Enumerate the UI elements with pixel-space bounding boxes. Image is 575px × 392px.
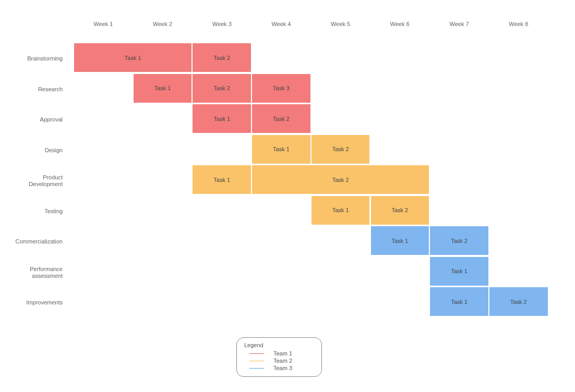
gantt-bar: Task 1 bbox=[429, 256, 489, 286]
gantt-bar: Task 1 bbox=[133, 74, 193, 103]
gantt-bar: Task 1 bbox=[192, 165, 251, 194]
row-label: Improvements bbox=[0, 299, 63, 306]
legend: LegendTeam 1Team 2Team 3 bbox=[236, 337, 322, 377]
week-header: Week 3 bbox=[193, 21, 251, 27]
gantt-bar: Task 2 bbox=[429, 226, 489, 255]
legend-swatch bbox=[249, 368, 264, 369]
gantt-bar: Task 3 bbox=[251, 74, 311, 103]
gantt-bar: Task 2 bbox=[192, 74, 251, 103]
legend-item: Team 2 bbox=[244, 358, 314, 364]
week-header: Week 4 bbox=[251, 21, 310, 27]
legend-item: Team 3 bbox=[244, 365, 314, 371]
week-header: Week 5 bbox=[311, 21, 370, 27]
gantt-bar: Task 1 bbox=[251, 134, 311, 164]
gantt-bar: Task 1 bbox=[311, 195, 370, 225]
week-header: Week 6 bbox=[370, 21, 429, 27]
gantt-bar: Task 1 bbox=[429, 287, 489, 316]
row-label: Commercialization bbox=[0, 238, 63, 245]
row-label: Testing bbox=[0, 208, 63, 215]
week-header: Week 7 bbox=[430, 21, 489, 27]
gantt-bar: Task 2 bbox=[489, 287, 548, 316]
row-label: Brainstorming bbox=[0, 55, 63, 62]
week-header: Week 8 bbox=[489, 21, 548, 27]
legend-swatch bbox=[249, 353, 264, 354]
gantt-bar: Task 2 bbox=[311, 134, 370, 164]
gantt-chart: Week 1Week 2Week 3Week 4Week 5Week 6Week… bbox=[0, 0, 575, 392]
gantt-bar: Task 1 bbox=[370, 226, 430, 255]
gantt-bar: Task 2 bbox=[251, 104, 311, 133]
row-label: Performanceassessment bbox=[0, 266, 63, 279]
legend-label: Team 3 bbox=[273, 365, 292, 371]
week-header: Week 1 bbox=[74, 21, 133, 27]
week-header: Week 2 bbox=[133, 21, 192, 27]
gantt-bar: Task 1 bbox=[74, 43, 192, 72]
row-label: Research bbox=[0, 86, 63, 93]
row-label: ProductDevelopment bbox=[0, 174, 63, 188]
row-label: Approval bbox=[0, 116, 63, 123]
legend-title: Legend bbox=[244, 342, 314, 348]
legend-item: Team 1 bbox=[244, 350, 314, 357]
legend-label: Team 2 bbox=[273, 358, 292, 364]
gantt-bar: Task 2 bbox=[370, 195, 430, 225]
legend-label: Team 1 bbox=[273, 350, 292, 357]
gantt-bar: Task 2 bbox=[192, 43, 251, 72]
legend-swatch bbox=[249, 361, 264, 361]
row-label: Design bbox=[0, 147, 63, 154]
gantt-bar: Task 2 bbox=[251, 165, 429, 194]
gantt-bar: Task 1 bbox=[192, 104, 251, 133]
